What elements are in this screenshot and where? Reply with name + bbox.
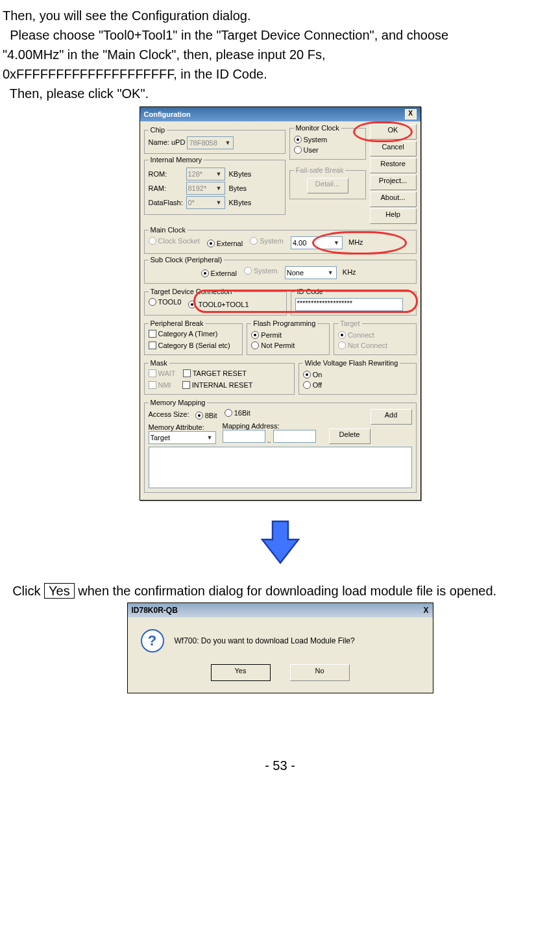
memory-mapping-list[interactable] xyxy=(149,447,412,488)
internal-memory-legend: Internal Memory xyxy=(149,156,204,164)
category-b-check[interactable]: Category B (Serial etc) xyxy=(149,342,230,349)
cancel-button[interactable]: Cancel xyxy=(370,141,417,156)
target-group: Target Connect Not Connect xyxy=(334,319,417,355)
intro-line: "4.00MHz" in the "Main Clock", then, ple… xyxy=(3,45,557,64)
down-arrow-icon xyxy=(254,516,306,568)
intro-line: 0xFFFFFFFFFFFFFFFFFFFF, in the ID Code. xyxy=(3,65,557,83)
delete-button[interactable]: Delete xyxy=(329,429,371,444)
internal-reset-check[interactable]: INTERNAL RESET xyxy=(182,381,253,389)
chevron-down-icon: ▼ xyxy=(224,140,232,146)
about-button[interactable]: About... xyxy=(370,192,417,207)
mapping-sep: .. xyxy=(267,436,271,444)
msg-title: ID78K0R-QB xyxy=(132,606,178,615)
chevron-down-icon: ▼ xyxy=(215,171,223,177)
main-clock-external-radio[interactable]: External xyxy=(207,240,243,247)
target-legend: Target xyxy=(338,319,362,327)
close-icon[interactable]: X xyxy=(405,109,417,119)
monitor-clock-group: Monitor Clock System User xyxy=(289,124,366,160)
chevron-down-icon: ▼ xyxy=(215,199,223,206)
wvfr-group: Wide Voltage Flash Rewriting On Off xyxy=(298,359,417,395)
chip-legend: Chip xyxy=(149,126,167,134)
chip-name-label: Name: uPD xyxy=(149,138,186,146)
sub-clock-group: Sub Clock (Peripheral) External System N… xyxy=(144,256,417,284)
flash-programming-group: Flash Programming Permit Not Permit xyxy=(247,319,330,355)
internal-memory-group: Internal Memory ROM: 128*▼ KBytes RAM: 8… xyxy=(144,156,286,215)
target-device-connection-group: Target Device Connection TOOL0 TOOL0+TOO… xyxy=(144,288,287,316)
wvfr-off-radio[interactable]: Off xyxy=(303,381,322,389)
16bit-radio[interactable]: 16Bit xyxy=(225,409,250,417)
tool0-tool1-radio[interactable]: TOOL0+TOOL1 xyxy=(188,301,249,308)
mask-legend: Mask xyxy=(149,359,169,367)
sub-clock-combo[interactable]: None▼ xyxy=(285,266,337,279)
chip-name-combo: 78F8058▼ xyxy=(187,136,234,149)
failsafe-detail-button: Detail... xyxy=(307,178,348,193)
dialog-title: Configuration xyxy=(144,110,191,118)
wvfr-legend: Wide Voltage Flash Rewriting xyxy=(303,359,400,367)
target-reset-check[interactable]: TARGET RESET xyxy=(183,369,247,377)
question-icon: ? xyxy=(141,629,164,652)
fprog-legend: Flash Programming xyxy=(251,319,317,327)
sub-clock-external-radio[interactable]: External xyxy=(201,269,237,277)
memory-attribute-combo[interactable]: Target▼ xyxy=(149,431,216,444)
clock-socket-radio: Clock Socket xyxy=(149,237,200,245)
id-code-input[interactable]: ******************** xyxy=(295,298,403,311)
main-clock-legend: Main Clock xyxy=(149,226,188,234)
main-clock-combo[interactable]: 4.00▼ xyxy=(291,236,343,249)
monitor-clock-user-radio[interactable]: User xyxy=(294,146,319,154)
mapping-address-to[interactable] xyxy=(273,430,316,443)
restore-button[interactable]: Restore xyxy=(370,158,417,173)
tdc-legend: Target Device Connection xyxy=(149,288,234,295)
chip-group: Chip Name: uPD 78F8058▼ xyxy=(144,126,286,154)
memory-mapping-group: Memory Mapping Access Size: 8Bit 16Bit A… xyxy=(144,399,417,493)
yes-box: Yes xyxy=(44,583,75,599)
intro-line: Then, please click "OK". xyxy=(3,84,557,103)
tool0-radio[interactable]: TOOL0 xyxy=(149,298,182,306)
yes-button[interactable]: Yes xyxy=(211,664,271,681)
sub-clock-legend: Sub Clock (Peripheral) xyxy=(149,256,225,264)
dataflash-label: DataFlash: xyxy=(149,199,186,206)
memmap-legend: Memory Mapping xyxy=(149,399,208,406)
pbreak-legend: Peripheral Break xyxy=(149,319,206,327)
rom-unit: KBytes xyxy=(229,170,252,178)
main-clock-group: Main Clock Clock Socket External System … xyxy=(144,226,417,254)
access-size-label: Access Size: xyxy=(149,410,189,418)
nmi-check: NMI xyxy=(149,381,171,389)
category-a-check[interactable]: Category A (Timer) xyxy=(149,330,218,338)
8bit-radio[interactable]: 8Bit xyxy=(195,412,217,419)
main-clock-system-radio: System xyxy=(250,237,284,245)
permit-radio[interactable]: Permit xyxy=(251,331,282,339)
dialog-titlebar: Configuration X xyxy=(140,107,420,121)
help-button[interactable]: Help xyxy=(370,208,417,224)
mask-group: Mask WAIT TARGET RESET NMI INTERNAL RESE… xyxy=(144,359,295,395)
add-button[interactable]: Add xyxy=(371,409,412,425)
intro-line: Then, you will see the Configuration dia… xyxy=(3,6,557,25)
no-button[interactable]: No xyxy=(290,664,350,681)
wvfr-on-radio[interactable]: On xyxy=(303,371,323,379)
download-confirm-dialog: ID78K0R-QB X ? Wf700: Do you want to dow… xyxy=(127,602,433,693)
chevron-down-icon[interactable]: ▼ xyxy=(332,240,341,246)
monitor-clock-legend: Monitor Clock xyxy=(294,124,341,132)
close-icon[interactable]: X xyxy=(423,606,428,615)
msg-text: Wf700: Do you want to download Load Modu… xyxy=(175,636,355,645)
rom-label: ROM: xyxy=(149,170,186,178)
id-code-legend: ID Code xyxy=(295,288,325,295)
ok-button[interactable]: OK xyxy=(370,124,417,140)
dataflash-combo: 0*▼ xyxy=(186,196,225,209)
page-number: - 53 - xyxy=(3,758,557,773)
monitor-clock-system-radio[interactable]: System xyxy=(294,136,328,143)
chevron-down-icon[interactable]: ▼ xyxy=(206,434,214,441)
not-permit-radio[interactable]: Not Permit xyxy=(251,342,295,349)
project-button[interactable]: Project... xyxy=(370,175,417,190)
rom-combo: 128*▼ xyxy=(186,168,225,180)
dataflash-unit: KBytes xyxy=(229,199,252,206)
chevron-down-icon[interactable]: ▼ xyxy=(326,269,335,276)
ram-label: RAM: xyxy=(149,184,186,192)
memory-attribute-label: Memory Attribute: xyxy=(149,423,216,431)
wait-check: WAIT xyxy=(149,369,176,377)
intro-line: Please choose "Tool0+Tool1" in the "Targ… xyxy=(3,26,557,44)
mapping-address-from[interactable] xyxy=(223,430,265,443)
ram-combo: 8192*▼ xyxy=(186,182,225,195)
id-code-group: ID Code ******************** xyxy=(291,288,417,316)
configuration-dialog: Configuration X Chip Name: uPD 78F8058▼ … xyxy=(140,106,421,501)
failsafe-group: Fail-safe Break Detail... xyxy=(289,166,366,199)
